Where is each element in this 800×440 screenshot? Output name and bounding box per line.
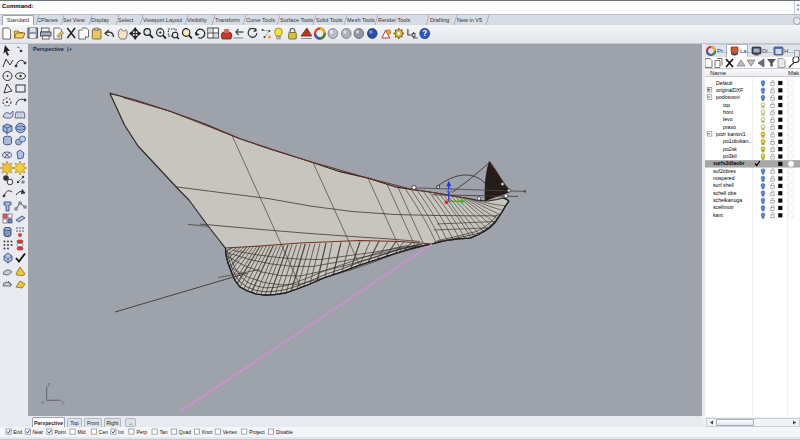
svg-text:z: z — [47, 380, 51, 388]
svg-text:levo: levo — [723, 116, 733, 122]
svg-text:x: x — [40, 398, 45, 406]
svg-text:y: y — [61, 398, 66, 406]
svg-text:hont: hont — [723, 109, 734, 115]
svg-text:?: ? — [422, 28, 427, 38]
svg-text:originalDXF: originalDXF — [716, 87, 743, 93]
svg-text:kant: kant — [713, 212, 723, 218]
svg-text:po1obvkan..: po1obvkan.. — [723, 138, 751, 144]
svg-text:pravo: pravo — [723, 124, 736, 130]
svg-text:schell obe: schell obe — [713, 190, 736, 196]
svg-text:top: top — [723, 102, 730, 108]
svg-text:suf2obres: suf2obres — [713, 168, 736, 174]
svg-text:surfs2dlaobr: surfs2dlaobr — [713, 160, 744, 166]
svg-text:podosnovi: podosnovi — [716, 94, 740, 100]
svg-text:Default: Default — [716, 80, 733, 86]
svg-text:nospered: nospered — [713, 175, 735, 181]
svg-text:scellmutr: scellmutr — [713, 204, 734, 210]
svg-text:po2sk: po2sk — [723, 146, 737, 152]
svg-text:surf shell: surf shell — [713, 182, 734, 188]
svg-text:schelkanuga: schelkanuga — [713, 197, 742, 203]
svg-text:pozr kantov1: pozr kantov1 — [716, 131, 746, 137]
svg-text:po3kil: po3kil — [723, 153, 737, 159]
